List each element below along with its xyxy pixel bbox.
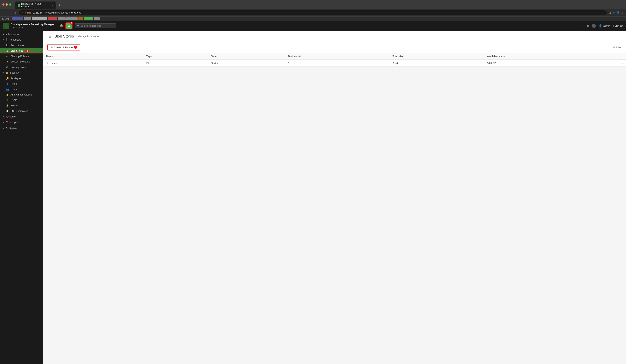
sidebar-group-security-header[interactable]: ▾ 🔒 Security [0,70,43,76]
row-store-icon: 🖥 [46,62,49,65]
sidebar-item-ldap[interactable]: 🖥 LDAP [0,97,43,103]
realms-icon: 🔒 [6,104,9,107]
col-header-type[interactable]: Type [143,53,208,60]
bookmark-item-5[interactable] [58,17,66,20]
repository-arrow-icon: ▾ [3,39,4,41]
cell-row-nav[interactable]: › [619,60,626,66]
sidebar-item-routing-rules[interactable]: ⇄ Routing Rules [0,64,43,70]
bookmark-item-9[interactable] [94,17,100,20]
nav-forward-button[interactable]: → [8,11,12,15]
col-header-total-size[interactable]: Total size [390,53,484,60]
table-row[interactable]: 🖥 default File Started 0 0 bytes 38.8 GB… [43,60,626,66]
profile-icon[interactable]: 👤 [616,11,620,14]
security-warning-text: 不安全 [25,11,31,14]
cell-state: Started [208,60,285,66]
sidebar-item-anonymous-access[interactable]: 🙍 Anonymous Access [0,92,43,97]
ldap-label: LDAP [10,99,17,101]
settings-badge: 1 [70,22,73,25]
browser-tab-active[interactable]: Blob Stores - Nexus Repositor... ✕ [15,1,56,9]
bookmark-item-7[interactable] [78,17,83,20]
tab-close-button[interactable]: ✕ [52,4,54,6]
user-menu[interactable]: 👤 admin [599,24,610,28]
bookmark-item-2[interactable] [24,17,31,20]
sidebar-group-repository-header[interactable]: ▾ 🗄 Repository [0,37,43,43]
ssl-certificates-icon: 📋 [6,110,9,112]
package-icon: 📦 [60,24,63,28]
browser-toolbar-icons: ⊞ ☆ 👤 ⋮ [609,11,624,14]
col-header-state[interactable]: State [208,53,285,60]
bookmark-icon[interactable]: ☆ [613,11,615,14]
iq-server-arrow-icon: ◆ [3,116,4,118]
users-label: Users [10,88,17,91]
traffic-light-yellow[interactable] [6,3,8,6]
bookmark-item-3[interactable] [32,17,47,20]
sidebar-item-privileges[interactable]: 🔑 Privileges [0,76,43,81]
content-toolbar: ⊕ Create blob store 3 ⊞ Filter [43,42,626,53]
content-selectors-icon: ⚡ [6,60,9,63]
col-header-available-space[interactable]: Available space [484,53,619,60]
app-title: Sonatype Nexus Repository Manager OSS 3.… [11,23,54,29]
menu-icon[interactable]: ⋮ [621,11,624,14]
sidebar-item-repositories[interactable]: 🗄 Repositories [0,43,43,48]
address-bar[interactable]: ⚠ 不安全 10.211.55.74:8081/#admin/repositor… [19,10,607,15]
nav-back-button[interactable]: ← [2,11,6,15]
traffic-light-green[interactable] [9,3,11,6]
cell-total-size: 0 bytes [390,60,484,66]
extension-icon[interactable]: ⊞ [609,11,611,14]
bookmark-item-1[interactable] [12,17,23,20]
blob-stores-badge: 2 [25,50,29,52]
col-header-actions [619,53,626,60]
settings-gear-icon: ⚙ [68,24,70,28]
content-area: 🖥 Blob Stores Manage blob stores ⊕ Creat… [43,31,626,364]
sidebar-group-system-header[interactable]: ▸ ⚙ System [0,125,43,131]
bookmark-item-8[interactable] [84,17,93,20]
alert-warning-icon[interactable]: ⚠ [581,24,584,28]
system-group-label: System [9,127,17,130]
sidebar-item-users[interactable]: 👥 Users [0,87,43,92]
create-blob-store-button[interactable]: ⊕ Create blob store 3 [48,44,80,50]
user-avatar-icon: 👤 [599,24,602,28]
settings-button[interactable]: ⚙ 1 [66,23,72,29]
cleanup-policies-label: Cleanup Policies [10,55,29,58]
repositories-icon: 🗄 [6,44,9,47]
content-header: 🖥 Blob Stores Manage blob stores [43,31,626,42]
col-header-blob-count[interactable]: Blob count [285,53,390,60]
sidebar-group-iq-server-header[interactable]: ◆ IQ Server [0,114,43,120]
header-icon-group: 📦 ⚙ 1 [58,23,72,29]
sidebar-item-content-selectors[interactable]: ⚡ Content Selectors [0,59,43,64]
anonymous-access-icon: 🙍 [6,94,9,96]
new-tab-button[interactable]: + [57,3,62,8]
repository-icon: 🗄 [5,38,8,41]
logo-icon: ⬡ [3,23,9,29]
nav-reload-button[interactable]: ↺ [13,11,17,15]
users-icon: 👥 [6,88,9,91]
username-label: admin [603,24,610,27]
content-selectors-label: Content Selectors [10,60,30,63]
sidebar-item-ssl-certificates[interactable]: 📋 SSL Certificates [0,108,43,114]
content-header-icon: 🖥 [48,34,52,39]
sort-icon-name: ↑ [54,55,56,58]
package-button[interactable]: 📦 [58,23,65,29]
sidebar-item-blob-stores[interactable]: 🖥 Blob Stores 2 [0,48,43,54]
bookmark-item-4[interactable] [48,17,57,20]
search-box[interactable]: 🔍 Search components [75,24,116,28]
signout-button[interactable]: ⎋ Sign out [613,25,623,27]
sidebar-item-cleanup-policies[interactable]: ✏ Cleanup Policies [0,54,43,59]
bookmark-item-6[interactable] [66,17,77,20]
cleanup-policies-icon: ✏ [6,55,9,58]
sidebar-item-roles[interactable]: 👤 Roles [0,81,43,87]
blob-stores-label: Blob Stores [10,49,23,52]
filter-label: Filter [616,46,622,49]
col-header-name[interactable]: Name ↑ [43,53,143,60]
privileges-icon: 🔑 [6,77,9,80]
roles-label: Roles [10,82,17,85]
sidebar-group-support-header[interactable]: ▸ ❓ Support [0,120,43,125]
create-btn-badge: 3 [74,46,77,49]
sidebar-item-realms[interactable]: 🔒 Realms [0,103,43,108]
blob-stores-table: Name ↑ Type State Blob count [43,53,626,66]
refresh-icon[interactable]: ↻ [586,24,589,28]
traffic-light-red[interactable] [2,3,4,6]
apps-grid-icon: ⊞ [2,18,4,20]
address-url: 10.211.55.74:8081/#admin/repository/blob… [33,11,81,14]
help-icon[interactable]: ? [592,24,596,28]
